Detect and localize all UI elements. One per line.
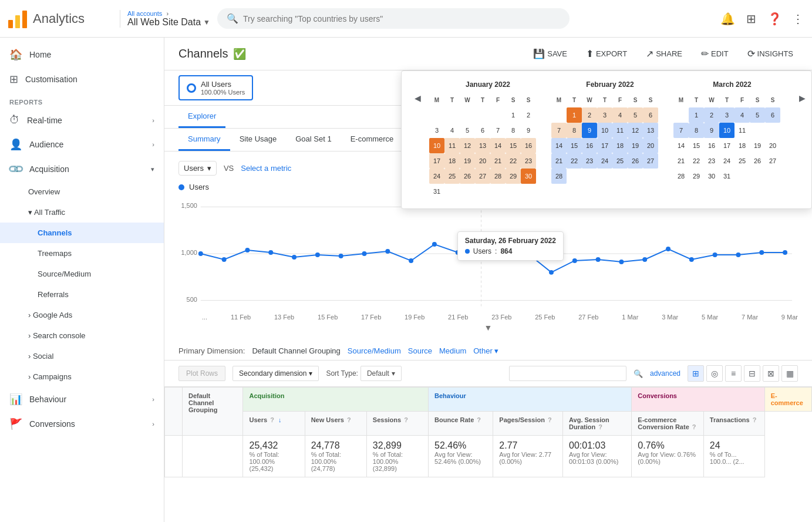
chevron-right-icon: › bbox=[152, 396, 154, 403]
export-button[interactable]: ⬆ EXPORT bbox=[581, 45, 632, 63]
new-users-help-icon[interactable]: ? bbox=[347, 416, 351, 423]
subtab-summary[interactable]: Summary bbox=[178, 129, 230, 151]
svg-point-24 bbox=[549, 270, 554, 275]
svg-text:500: 500 bbox=[187, 296, 197, 303]
sidebar-item-audience[interactable]: 👤 Audience › bbox=[0, 132, 164, 157]
chart-xaxis: ... 11 Feb 13 Feb 15 Feb 17 Feb 19 Feb 2… bbox=[178, 314, 798, 321]
share-button[interactable]: ↗ SHARE bbox=[641, 45, 687, 63]
sidebar-item-referrals[interactable]: Referrals bbox=[0, 284, 164, 305]
sidebar-item-source-medium[interactable]: Source/Medium bbox=[0, 264, 164, 284]
subtab-site-usage[interactable]: Site Usage bbox=[230, 129, 287, 151]
account-nav[interactable]: All accounts › All Web Site Data ▼ bbox=[120, 10, 210, 28]
totals-row: 25,432 % of Total: 100.00% (25,432) 24,7… bbox=[165, 436, 812, 477]
page-title-area: Channels ✅ bbox=[178, 47, 246, 60]
pie-view-button[interactable]: ◎ bbox=[706, 365, 723, 382]
sessions-help-icon[interactable]: ? bbox=[404, 416, 408, 423]
sidebar-item-home[interactable]: 🏠 Home bbox=[0, 42, 164, 67]
sidebar-item-behaviour[interactable]: 📊 Behaviour › bbox=[0, 387, 164, 412]
sidebar-item-all-traffic[interactable]: ▾ All Traffic bbox=[0, 202, 164, 223]
tab-explorer[interactable]: Explorer bbox=[178, 106, 225, 128]
grid-view-button[interactable]: ▦ bbox=[781, 365, 798, 382]
secondary-dimension-dropdown[interactable]: Secondary dimension ▾ bbox=[233, 366, 319, 381]
sidebar-item-conversions[interactable]: 🚩 Conversions › bbox=[0, 412, 164, 436]
subtab-ecommerce[interactable]: E-commerce bbox=[341, 129, 403, 151]
calendar-next-button[interactable]: ▶ bbox=[796, 92, 809, 104]
svg-point-15 bbox=[339, 254, 343, 258]
plot-rows-button[interactable]: Plot Rows bbox=[178, 366, 225, 381]
sidebar-item-overview[interactable]: Overview bbox=[0, 181, 164, 202]
svg-point-25 bbox=[572, 258, 577, 263]
svg-text:1,000: 1,000 bbox=[181, 249, 197, 256]
total-pages-session: 2.77 Avg for View: 2.77 (0.00%) bbox=[493, 436, 563, 477]
analytics-logo bbox=[7, 8, 28, 29]
new-users-header[interactable]: New Users ? bbox=[305, 412, 366, 436]
grid-icon[interactable]: ⊞ bbox=[744, 12, 758, 26]
table-search-input[interactable] bbox=[509, 366, 626, 381]
grouping-header: Default Channel Grouping bbox=[183, 388, 243, 436]
pages-session-header[interactable]: Pages/Session ? bbox=[493, 412, 563, 436]
metric-selector[interactable]: Users ▾ bbox=[178, 161, 217, 176]
table-view-button[interactable]: ⊞ bbox=[688, 365, 704, 382]
insights-button[interactable]: ⟳ INSIGHTS bbox=[743, 45, 798, 63]
bounce-rate-header[interactable]: Bounce Rate ? bbox=[429, 412, 493, 436]
total-transactions: 24 % of To... 100.0... (2... bbox=[703, 436, 764, 477]
help-icon[interactable]: ❓ bbox=[767, 12, 781, 26]
pivot-view-button[interactable]: ⊟ bbox=[744, 365, 760, 382]
sidebar-item-customisation[interactable]: ⊞ Customisation bbox=[0, 67, 164, 92]
avg-session-header[interactable]: Avg. Session Duration ? bbox=[563, 412, 632, 436]
dim-link-other[interactable]: Other ▾ bbox=[473, 346, 498, 355]
main-content: Channels ✅ 💾 SAVE ⬆ EXPORT ↗ SHARE ✏ bbox=[164, 38, 812, 522]
compare-view-button[interactable]: ⊠ bbox=[763, 365, 779, 382]
pages-help-icon[interactable]: ? bbox=[548, 416, 552, 423]
dim-link-medium[interactable]: Medium bbox=[439, 346, 466, 355]
sidebar-item-acquisition[interactable]: 🔗 Acquisition ▾ bbox=[0, 157, 164, 181]
property-selector[interactable]: All Web Site Data ▼ bbox=[127, 17, 210, 28]
dim-link-source[interactable]: Source bbox=[408, 346, 432, 355]
sidebar-item-campaigns[interactable]: › Campaigns bbox=[0, 366, 164, 387]
calendar-prev-button[interactable]: ◀ bbox=[411, 92, 424, 104]
total-sessions: 32,899 % of Total: 100.00% (32,899) bbox=[366, 436, 428, 477]
header-actions: 💾 SAVE ⬆ EXPORT ↗ SHARE ✏ EDIT ⟳ INSI bbox=[528, 45, 798, 63]
ecommerce-rate-header[interactable]: E-commerce Conversion Rate ? bbox=[632, 412, 703, 436]
edit-button[interactable]: ✏ EDIT bbox=[696, 45, 733, 63]
sidebar-item-google-ads[interactable]: › Google Ads bbox=[0, 305, 164, 325]
segment-chip[interactable]: All Users 100.00% Users bbox=[178, 75, 253, 100]
sessions-header[interactable]: Sessions ? bbox=[366, 412, 428, 436]
more-vertical-icon[interactable]: ⋮ bbox=[791, 12, 805, 26]
topbar: Analytics All accounts › All Web Site Da… bbox=[0, 0, 812, 38]
bell-icon[interactable]: 🔔 bbox=[720, 12, 734, 26]
transactions-help-icon[interactable]: ? bbox=[753, 416, 757, 423]
sidebar-item-channels[interactable]: Channels bbox=[0, 223, 164, 243]
bounce-help-icon[interactable]: ? bbox=[477, 416, 481, 423]
dim-link-source-medium[interactable]: Source/Medium bbox=[348, 346, 401, 355]
sort-type-area: Sort Type: Default ▾ bbox=[326, 366, 402, 381]
search-bar[interactable]: 🔍 bbox=[217, 8, 570, 29]
sort-arrow: ↓ bbox=[278, 416, 282, 423]
chevron-right-icon: › bbox=[152, 420, 154, 427]
page-title: Channels bbox=[178, 47, 228, 60]
save-icon: 💾 bbox=[533, 48, 545, 59]
collapse-chart-icon[interactable]: ▼ bbox=[484, 323, 493, 332]
calendar-march: March 2022 MTWTFSS 123456 7891011 bbox=[673, 80, 791, 184]
bar-view-button[interactable]: ≡ bbox=[725, 365, 742, 382]
breadcrumb[interactable]: All accounts › bbox=[127, 10, 210, 17]
reports-section-label: REPORTS bbox=[0, 92, 164, 108]
sidebar-item-search-console[interactable]: › Search console bbox=[0, 325, 164, 346]
select-metric-link[interactable]: Select a metric bbox=[241, 164, 291, 173]
ecommerce-rate-help-icon[interactable]: ? bbox=[692, 423, 696, 430]
svg-point-27 bbox=[619, 260, 624, 264]
search-icon[interactable]: 🔍 bbox=[634, 369, 643, 378]
users-header[interactable]: Users ? ↓ bbox=[243, 412, 305, 436]
sidebar-item-real-time[interactable]: ⏱ Real-time › bbox=[0, 108, 164, 132]
search-input[interactable] bbox=[243, 14, 560, 23]
sidebar-item-social[interactable]: › Social bbox=[0, 346, 164, 366]
svg-point-19 bbox=[432, 242, 437, 247]
avg-session-help-icon[interactable]: ? bbox=[598, 423, 602, 430]
transactions-header[interactable]: Transactions ? bbox=[703, 412, 764, 436]
sidebar-item-treemaps[interactable]: Treemaps bbox=[0, 243, 164, 264]
advanced-link[interactable]: advanced bbox=[650, 369, 680, 378]
users-help-icon[interactable]: ? bbox=[270, 416, 274, 423]
sort-type-dropdown[interactable]: Default ▾ bbox=[360, 366, 402, 381]
subtab-goal-set-1[interactable]: Goal Set 1 bbox=[286, 129, 341, 151]
save-button[interactable]: 💾 SAVE bbox=[528, 45, 572, 63]
